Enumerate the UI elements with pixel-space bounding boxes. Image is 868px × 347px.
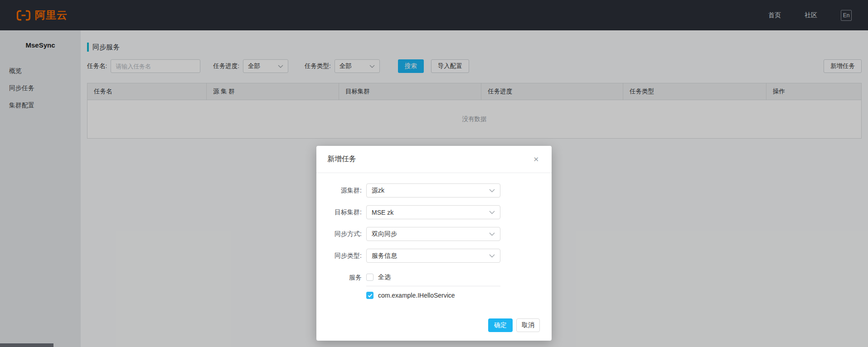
close-icon[interactable]: ✕ [531, 154, 541, 164]
select-all-checkbox-row[interactable]: 全选 [366, 273, 500, 282]
sync-type-select[interactable]: 服务信息 [366, 249, 500, 263]
chevron-down-icon [489, 254, 495, 258]
chevron-down-icon [489, 211, 495, 214]
modal-body: 源集群: 源zk 目标集群: MSE zk 同步方式: 双向同步 [316, 173, 552, 300]
service-item-checkbox[interactable] [366, 292, 373, 299]
form-row-sync-mode: 同步方式: 双向同步 [316, 227, 552, 241]
target-cluster-value: MSE zk [372, 209, 393, 216]
modal-header: 新增任务 ✕ [316, 146, 552, 173]
select-all-checkbox[interactable] [366, 274, 373, 281]
form-row-services: 服务 全选 com.example.IHelloService [316, 273, 552, 300]
add-task-modal: 新增任务 ✕ 源集群: 源zk 目标集群: MSE zk 同步方式: [316, 146, 552, 341]
services-label: 服务 [316, 273, 366, 300]
source-cluster-value: 源zk [372, 187, 384, 195]
modal-title: 新增任务 [327, 154, 356, 164]
chevron-down-icon [489, 232, 495, 236]
sync-mode-label: 同步方式: [316, 230, 366, 238]
form-row-sync-type: 同步类型: 服务信息 [316, 249, 552, 263]
modal-footer: 确定 取消 [488, 318, 540, 332]
confirm-button[interactable]: 确定 [488, 318, 513, 332]
source-cluster-label: 源集群: [316, 187, 366, 195]
sync-mode-value: 双向同步 [372, 230, 397, 238]
cancel-button[interactable]: 取消 [516, 318, 540, 332]
divider [366, 286, 500, 286]
sync-type-label: 同步类型: [316, 252, 366, 260]
sync-type-value: 服务信息 [372, 252, 397, 260]
select-all-label: 全选 [378, 273, 391, 281]
services-box: 全选 com.example.IHelloService [366, 273, 500, 300]
check-icon [368, 294, 373, 298]
target-cluster-label: 目标集群: [316, 208, 366, 217]
form-row-source-cluster: 源集群: 源zk [316, 183, 552, 198]
sync-mode-select[interactable]: 双向同步 [366, 227, 500, 241]
service-item-name: com.example.IHelloService [378, 292, 455, 299]
chevron-down-icon [489, 189, 495, 193]
source-cluster-select[interactable]: 源zk [366, 183, 500, 198]
form-row-target-cluster: 目标集群: MSE zk [316, 205, 552, 219]
target-cluster-select[interactable]: MSE zk [366, 205, 500, 219]
service-item-row[interactable]: com.example.IHelloService [366, 291, 500, 300]
